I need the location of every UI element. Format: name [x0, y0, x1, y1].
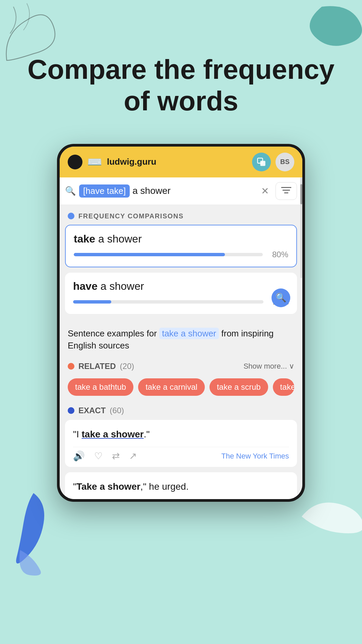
- dark-blue-dot: [68, 407, 74, 414]
- search-icon: 🔍: [65, 186, 76, 196]
- frequency-section-label: FREQUENCY COMPARISONS: [60, 205, 302, 225]
- frequency-card-take[interactable]: take a shower 80%: [65, 225, 297, 267]
- exact-label: EXACT: [78, 406, 106, 415]
- retweet-icon[interactable]: ⇄: [112, 450, 120, 462]
- heart-icon[interactable]: ♡: [94, 450, 103, 462]
- example-card-1: "I take a shower." 🔊 ♡ ⇄ ↗ The New York …: [65, 420, 297, 467]
- show-more-label: Show more...: [243, 362, 287, 371]
- browser-left: ⌨️ ludwig.guru: [68, 155, 156, 169]
- user-button[interactable]: BS: [276, 153, 294, 171]
- example-card-2: "Take a shower," he urged.: [65, 472, 297, 499]
- show-more-button[interactable]: Show more... ∨: [243, 362, 294, 371]
- exact-count: (60): [110, 406, 124, 415]
- browser-url: ludwig.guru: [107, 157, 156, 167]
- share-icon[interactable]: ↗: [129, 450, 137, 462]
- tag-scrub[interactable]: take a scrub: [209, 378, 268, 396]
- sent-prefix: Sentence examples for: [68, 328, 159, 338]
- browser-right: BS: [252, 153, 294, 171]
- example-text-1: "I take a shower.": [73, 427, 289, 441]
- deco-bottom-left: [13, 490, 54, 577]
- filter-icon: [281, 186, 291, 194]
- browser-bar: ⌨️ ludwig.guru BS: [60, 147, 302, 177]
- freq-bar-fill: [74, 253, 225, 256]
- typewriter-icon: ⌨️: [87, 155, 102, 169]
- deco-bottom-right: [295, 496, 362, 537]
- phone-frame: ⌨️ ludwig.guru BS 🔍 [have: [57, 144, 305, 502]
- example-actions-1: 🔊 ♡ ⇄ ↗ The New York Times: [73, 447, 289, 462]
- scroll-thumb: [300, 184, 302, 204]
- related-left: RELATED (20): [68, 362, 134, 371]
- freq-pct-take: 80%: [268, 250, 288, 259]
- freq-bar-take: 80%: [74, 250, 288, 259]
- blue-dot: [68, 213, 74, 219]
- tags-row: take a bathtub take a carnival take a sc…: [60, 376, 302, 401]
- orange-dot: [68, 363, 74, 370]
- headline: Compare the frequency of words: [0, 0, 362, 137]
- search-bar[interactable]: 🔍 [have take] a shower ✕: [60, 177, 302, 205]
- freq-bar-bg-have: [73, 300, 263, 304]
- camera-icon: [68, 155, 82, 169]
- speaker-icon[interactable]: 🔊: [73, 450, 85, 462]
- freq-word-take: take a shower: [74, 233, 288, 245]
- search-text: a shower: [132, 185, 171, 196]
- exact-row: EXACT (60): [60, 401, 302, 420]
- related-label: RELATED: [78, 362, 116, 371]
- freq-bar-fill-have: [73, 300, 111, 304]
- tag-wa[interactable]: take a wa...: [273, 378, 294, 396]
- frequency-label-text: FREQUENCY COMPARISONS: [78, 212, 184, 220]
- search-highlight: [have take]: [79, 184, 130, 198]
- phone-container: ⌨️ ludwig.guru BS 🔍 [have: [0, 144, 362, 502]
- copy-button[interactable]: [252, 153, 271, 171]
- tag-bathtub[interactable]: take a bathtub: [68, 378, 133, 396]
- search-circle-button[interactable]: 🔍: [272, 288, 290, 307]
- freq-bar-have: 20%: [73, 297, 289, 307]
- copy-icon: [257, 157, 266, 167]
- sent-highlight[interactable]: take a shower: [159, 328, 219, 339]
- freq-bar-bg: [74, 253, 263, 256]
- scroll-bar: [300, 177, 302, 278]
- chevron-down-icon: ∨: [289, 362, 294, 371]
- filter-button[interactable]: [276, 182, 297, 200]
- frequency-card-have[interactable]: have a shower 20% 🔍: [65, 273, 297, 314]
- source-link-1[interactable]: The New York Times: [221, 452, 289, 461]
- related-count: (20): [120, 362, 134, 371]
- example-text-2: "Take a shower," he urged.: [73, 480, 289, 494]
- freq-word-have: have a shower: [73, 280, 289, 292]
- phone-screen: ⌨️ ludwig.guru BS 🔍 [have: [60, 147, 302, 499]
- close-button[interactable]: ✕: [258, 184, 272, 198]
- related-row: RELATED (20) Show more... ∨: [60, 357, 302, 376]
- search-circle-icon: 🔍: [276, 292, 286, 303]
- sentence-header: Sentence examples for take a shower from…: [60, 319, 302, 357]
- search-input[interactable]: [have take] a shower: [79, 184, 254, 198]
- tag-carnival[interactable]: take a carnival: [138, 378, 205, 396]
- content-area: FREQUENCY COMPARISONS take a shower 80%: [60, 205, 302, 499]
